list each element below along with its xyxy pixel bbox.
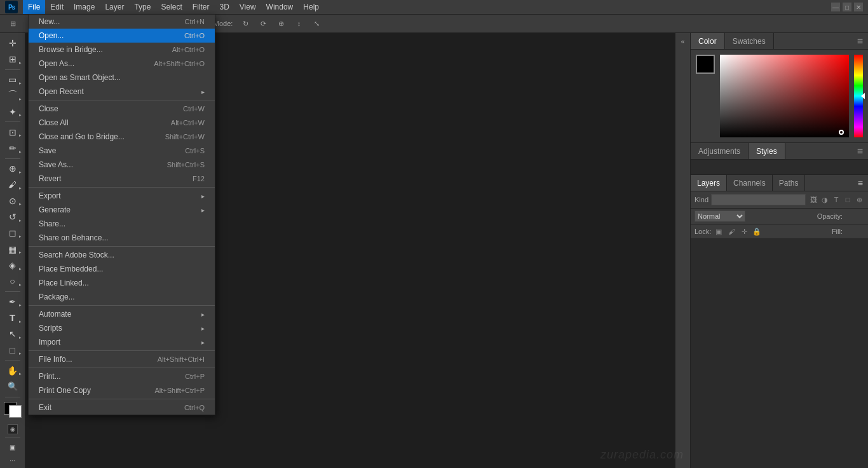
menu-item-generate[interactable]: Generate▸ xyxy=(29,203,215,217)
menu-item-browse[interactable]: Browse in Bridge...Alt+Ctrl+O xyxy=(29,43,215,57)
menu-item-export[interactable]: Export▸ xyxy=(29,189,215,203)
more-tools-btn[interactable]: ··· xyxy=(8,456,16,465)
3d-roll-btn[interactable]: ⟳ xyxy=(255,16,271,31)
history-brush-tool[interactable]: ↺ ▸ xyxy=(3,209,23,224)
path-selection-tool[interactable]: ↖ ▸ xyxy=(3,327,23,341)
menu-item-open_recent[interactable]: Open Recent▸ xyxy=(29,85,215,99)
menu-item-place_embedded[interactable]: Place Embedded... xyxy=(29,262,215,276)
tab-layers[interactable]: Layers xyxy=(691,175,727,191)
zoom-tool[interactable]: 🔍 xyxy=(3,379,23,394)
lock-position-icon[interactable]: ✛ xyxy=(739,226,749,237)
healing-tool[interactable]: ⊕ ▸ xyxy=(3,162,23,176)
foreground-swatch[interactable] xyxy=(696,55,715,74)
menu-image[interactable]: Image xyxy=(69,0,100,14)
menu-item-adobe_stock[interactable]: Search Adobe Stock... xyxy=(29,248,215,262)
hand-tool[interactable]: ✋ ▸ xyxy=(3,363,23,378)
menu-item-open_smart[interactable]: Open as Smart Object... xyxy=(29,71,215,85)
background-color[interactable] xyxy=(9,405,22,418)
magic-wand-tool[interactable]: ✦ ▸ xyxy=(3,104,23,119)
3d-slide-btn[interactable]: ↕ xyxy=(291,16,306,31)
menu-item-place_linked[interactable]: Place Linked... xyxy=(29,276,215,290)
layers-panel-menu-btn[interactable]: ≡ xyxy=(853,175,868,191)
menu-window[interactable]: Window xyxy=(261,0,299,14)
eyedropper-tool[interactable]: ✏ ▸ xyxy=(3,141,23,155)
tab-styles[interactable]: Styles xyxy=(749,143,785,159)
tool-sub-arrow: ▸ xyxy=(19,218,22,223)
menu-item-exit[interactable]: ExitCtrl+Q xyxy=(29,401,215,415)
menu-help[interactable]: Help xyxy=(298,0,324,14)
artboard-tool[interactable]: ⊞ ▸ xyxy=(3,52,23,66)
3d-pan-btn[interactable]: ⊕ xyxy=(273,16,288,31)
marquee-tool[interactable]: ▭ ▸ xyxy=(3,72,23,86)
menu-item-close_all[interactable]: Close AllAlt+Ctrl+W xyxy=(29,116,215,130)
lock-image-icon[interactable]: 🖌 xyxy=(726,226,736,237)
layers-filter-input[interactable] xyxy=(711,194,806,205)
menu-item-print_copy[interactable]: Print One CopyAlt+Shift+Ctrl+P xyxy=(29,383,215,397)
menu-item-automate[interactable]: Automate▸ xyxy=(29,307,215,321)
menu-edit[interactable]: Edit xyxy=(45,0,69,14)
gradient-tool[interactable]: ▦ ▸ xyxy=(3,242,23,256)
tab-color[interactable]: Color xyxy=(691,33,725,49)
menu-item-save_as[interactable]: Save As...Shift+Ctrl+S xyxy=(29,158,215,172)
menu-type[interactable]: Type xyxy=(129,0,156,14)
move-tool[interactable]: ✛ xyxy=(3,36,23,50)
dodge-tool[interactable]: ○ ▸ xyxy=(3,274,23,289)
menu-item-open[interactable]: Open...Ctrl+O xyxy=(29,29,215,43)
menu-item-open_as[interactable]: Open As...Alt+Shift+Ctrl+O xyxy=(29,57,215,71)
clone-tool[interactable]: ⊙ ▸ xyxy=(3,193,23,208)
menu-3d[interactable]: 3D xyxy=(214,0,234,14)
tab-adjustments[interactable]: Adjustments xyxy=(691,143,749,159)
menu-item-file_info[interactable]: File Info...Alt+Shift+Ctrl+I xyxy=(29,352,215,366)
filter-type-icon[interactable]: T xyxy=(831,195,841,205)
color-swatch-widget xyxy=(3,402,23,418)
3d-scale-btn[interactable]: ⤡ xyxy=(309,16,324,31)
filter-adj-icon[interactable]: ◑ xyxy=(820,195,830,205)
minimize-button[interactable]: — xyxy=(831,3,840,11)
menu-item-import[interactable]: Import▸ xyxy=(29,335,215,349)
eraser-tool[interactable]: ◻ ▸ xyxy=(3,226,23,240)
tab-swatches[interactable]: Swatches xyxy=(725,33,774,49)
blur-tool[interactable]: ◈ ▸ xyxy=(3,258,23,272)
maximize-button[interactable]: □ xyxy=(843,3,851,11)
shape-tool[interactable]: □ ▸ xyxy=(3,343,23,357)
color-gradient-field[interactable] xyxy=(720,55,849,137)
type-tool[interactable]: T ▸ xyxy=(3,310,23,325)
lasso-tool[interactable]: ⌒ ▸ xyxy=(3,88,23,103)
menu-item-close_bridge[interactable]: Close and Go to Bridge...Shift+Ctrl+W xyxy=(29,130,215,144)
adjustments-panel-menu-btn[interactable]: ≡ xyxy=(852,143,868,159)
menu-select[interactable]: Select xyxy=(156,0,187,14)
menu-item-package[interactable]: Package... xyxy=(29,290,215,304)
menu-layer[interactable]: Layer xyxy=(100,0,129,14)
menu-item-revert[interactable]: RevertF12 xyxy=(29,172,215,186)
menu-item-scripts[interactable]: Scripts▸ xyxy=(29,321,215,335)
menu-item-share_behance[interactable]: Share on Behance... xyxy=(29,231,215,245)
menu-item-close[interactable]: CloseCtrl+W xyxy=(29,102,215,116)
collapse-panel-btn[interactable]: « xyxy=(677,36,689,47)
quick-mask-btn[interactable]: ◉ xyxy=(8,424,18,434)
brush-tool[interactable]: 🖌 ▸ xyxy=(3,177,23,192)
filter-pixel-icon[interactable]: 🖼 xyxy=(808,195,818,205)
blend-mode-select[interactable]: Normal xyxy=(695,210,745,222)
close-button[interactable]: ✕ xyxy=(854,3,863,11)
tab-channels[interactable]: Channels xyxy=(727,175,773,191)
color-panel-menu-btn[interactable]: ≡ xyxy=(852,33,868,49)
screen-mode-btn[interactable]: ▣ xyxy=(3,440,23,455)
lock-all-icon[interactable]: 🔒 xyxy=(752,226,762,237)
crop-tool[interactable]: ⊡ ▸ xyxy=(3,125,23,139)
align-left-btn[interactable]: ⊞ xyxy=(5,16,20,31)
3d-rotate-btn[interactable]: ↻ xyxy=(238,16,253,31)
lock-transparent-icon[interactable]: ▣ xyxy=(714,226,724,237)
menu-filter[interactable]: Filter xyxy=(187,0,215,14)
filter-shape-icon[interactable]: □ xyxy=(843,195,853,205)
menu-item-print[interactable]: Print...Ctrl+P xyxy=(29,369,215,383)
pen-tool[interactable]: ✒ ▸ xyxy=(3,294,23,309)
menu-item-save[interactable]: SaveCtrl+S xyxy=(29,144,215,158)
tool-separator4 xyxy=(5,291,20,292)
menu-item-new[interactable]: New...Ctrl+N xyxy=(29,15,215,29)
color-spectrum-bar[interactable] xyxy=(854,55,863,137)
menu-item-share[interactable]: Share... xyxy=(29,217,215,231)
filter-smart-icon[interactable]: ⊛ xyxy=(854,195,864,205)
menu-file[interactable]: File xyxy=(23,0,45,14)
menu-view[interactable]: View xyxy=(234,0,261,14)
tab-paths[interactable]: Paths xyxy=(773,175,806,191)
